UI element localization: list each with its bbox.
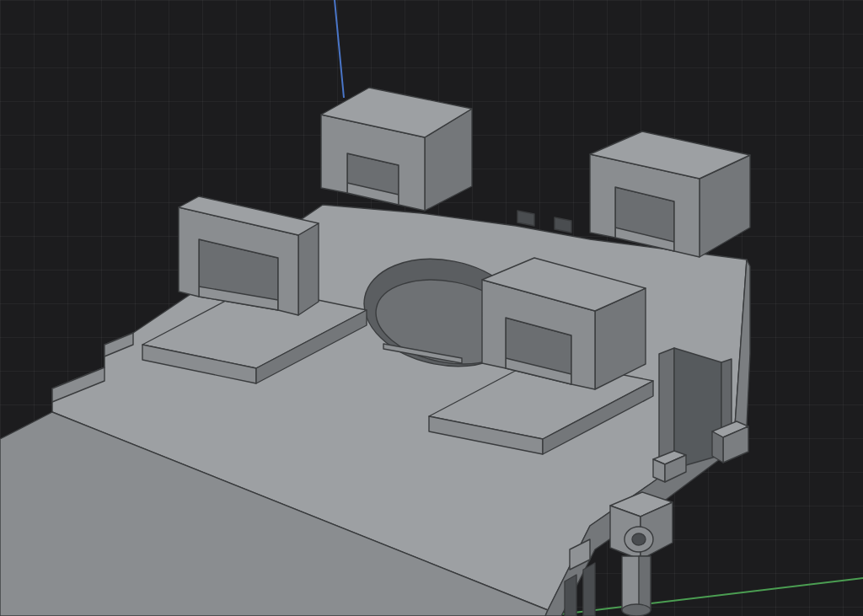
post-bottom-cap[interactable] bbox=[622, 604, 651, 616]
bottom-slot-1[interactable] bbox=[565, 575, 576, 616]
rear-edge-slot-1[interactable] bbox=[517, 211, 534, 226]
rear-edge-slot-2[interactable] bbox=[555, 217, 571, 233]
cad-viewport[interactable] bbox=[0, 0, 863, 616]
bottom-slot-2[interactable] bbox=[583, 563, 595, 616]
post-shade[interactable] bbox=[639, 556, 651, 610]
boss-hole[interactable] bbox=[632, 533, 646, 545]
scene-svg bbox=[0, 0, 863, 616]
model-part[interactable] bbox=[0, 88, 750, 616]
z-axis-line bbox=[335, 0, 344, 98]
left-arch-right-face[interactable] bbox=[298, 223, 319, 315]
